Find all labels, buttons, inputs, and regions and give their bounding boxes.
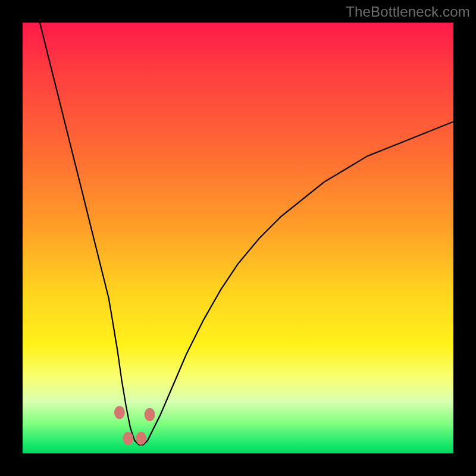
outer-frame: TheBottleneck.com <box>0 0 476 476</box>
curve-marker-3 <box>145 408 155 421</box>
bottleneck-curve-path <box>40 23 453 445</box>
curve-marker-1 <box>123 432 133 445</box>
chart-svg <box>23 23 453 453</box>
watermark-text: TheBottleneck.com <box>346 4 470 20</box>
curve-marker-2 <box>136 432 146 445</box>
plot-area <box>23 23 453 453</box>
curve-marker-0 <box>114 406 125 419</box>
